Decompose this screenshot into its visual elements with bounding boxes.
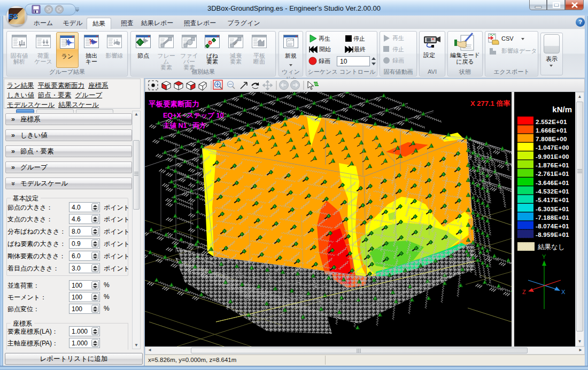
svg-text:2.552E+01: 2.552E+01 — [536, 119, 567, 125]
svg-text:-1.876E+01: -1.876E+01 — [536, 162, 569, 168]
svg-text:-6.303E+01: -6.303E+01 — [536, 206, 569, 212]
svg-text:-8.959E+01: -8.959E+01 — [536, 232, 569, 238]
svg-text:-2.761E+01: -2.761E+01 — [536, 171, 569, 177]
svg-text:-8.074E+01: -8.074E+01 — [536, 223, 569, 229]
svg-text:X: X — [561, 289, 566, 295]
svg-text:結果なし: 結果なし — [537, 243, 565, 251]
svg-text:-5.417E+01: -5.417E+01 — [536, 197, 569, 203]
svg-text:kN/m: kN/m — [552, 105, 572, 114]
svg-text:-3.646E+01: -3.646E+01 — [536, 180, 569, 186]
svg-text:-7.188E+01: -7.188E+01 — [536, 214, 569, 221]
svg-text:Y: Y — [542, 253, 546, 260]
svg-text:-1.047E+00: -1.047E+00 — [536, 144, 569, 151]
svg-text:Z: Z — [522, 289, 526, 295]
svg-text:1.666E+01: 1.666E+01 — [536, 127, 567, 134]
svg-text:7.808E+00: 7.808E+00 — [536, 136, 567, 142]
svg-text:-4.532E+01: -4.532E+01 — [536, 188, 569, 195]
svg-text:-9.901E+00: -9.901E+00 — [536, 153, 569, 160]
